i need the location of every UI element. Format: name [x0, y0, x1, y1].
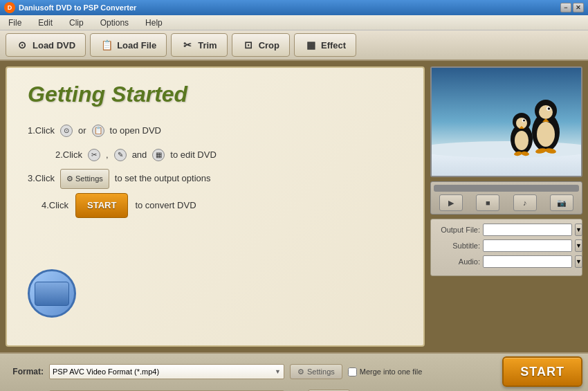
step3-end: to set the output options	[115, 169, 211, 189]
svg-point-17	[548, 107, 551, 110]
svg-point-15	[539, 105, 553, 119]
psp-logo	[28, 269, 83, 325]
audio-button[interactable]: ♪	[513, 194, 537, 211]
subtitle-label: Subtitle:	[435, 242, 480, 250]
merge-checkbox[interactable]: Merge into one file	[348, 367, 423, 376]
menu-file[interactable]: File	[6, 17, 24, 29]
gear-icon: ⚙	[297, 367, 304, 376]
step4-text: 4.Click	[42, 196, 68, 216]
preview-image	[432, 68, 581, 176]
menu-bar: File Edit Clip Options Help	[0, 15, 588, 30]
main-area: Getting Started 1.Click ⊙ or 📋 to open D…	[0, 61, 588, 352]
step-2: 2.Click ✂ , ✎ and ▦ to edit DVD	[55, 145, 403, 165]
step1-text: 1.Click	[28, 121, 55, 141]
step-4: 4.Click START to convert DVD	[42, 193, 403, 219]
getting-started-panel: Getting Started 1.Click ⊙ or 📋 to open D…	[6, 66, 425, 347]
svg-point-4	[515, 131, 529, 150]
close-button[interactable]: ✕	[573, 3, 584, 12]
start-button[interactable]: START	[502, 356, 582, 387]
scissors-icon: ✂	[181, 39, 194, 51]
title-bar: D Daniusoft DVD to PSP Converter − ✕	[0, 0, 588, 15]
menu-edit[interactable]: Edit	[35, 17, 55, 29]
menu-help[interactable]: Help	[143, 17, 165, 29]
progress-bar[interactable]	[434, 185, 579, 192]
audio-label: Audio:	[435, 257, 480, 266]
step1-end: to open DVD	[110, 121, 161, 141]
audio-arrow[interactable]: ▼	[575, 255, 582, 268]
subtitle-row: Subtitle: ▼	[435, 239, 578, 252]
merge-checkbox-input[interactable]	[348, 367, 357, 376]
start-inline-btn[interactable]: START	[75, 193, 128, 219]
subtitle-arrow[interactable]: ▼	[575, 239, 582, 252]
effect-button[interactable]: ▦ Effect	[294, 33, 356, 57]
video-preview-inner	[432, 68, 581, 176]
snapshot-button[interactable]: 📷	[550, 194, 573, 211]
play-button[interactable]: ▶	[439, 194, 463, 211]
steps-list: 1.Click ⊙ or 📋 to open DVD 2.Click ✂ , ✎…	[28, 121, 403, 218]
title-controls: − ✕	[560, 3, 584, 12]
step2-comma: ,	[106, 145, 109, 165]
step3-text: 3.Click	[28, 169, 55, 189]
bottom-bar: Format: PSP AVC Video Format (*.mp4) ▼ ⚙…	[0, 352, 588, 391]
title-bar-left: D Daniusoft DVD to PSP Converter	[4, 2, 136, 13]
step1-or: or	[78, 121, 86, 141]
step2-and: and	[132, 145, 147, 165]
minimize-button[interactable]: −	[560, 3, 571, 12]
video-controls: ▶ ■ ♪ 📷	[430, 181, 582, 215]
file-icon: 📋	[100, 39, 113, 51]
output-file-row: Output File: ▼	[435, 224, 578, 236]
step2-end: to edit DVD	[170, 145, 216, 165]
app-icon: D	[4, 2, 15, 13]
subtitle-input[interactable]	[483, 239, 572, 252]
audio-input[interactable]	[483, 255, 572, 268]
menu-options[interactable]: Options	[98, 17, 131, 29]
file-inline-icon: 📋	[92, 125, 104, 137]
crop-icon: ⊡	[242, 39, 255, 51]
step-3: 3.Click ⚙ Settings to set the output opt…	[28, 169, 403, 189]
getting-started-title: Getting Started	[28, 82, 403, 107]
pencil-inline-icon: ✎	[114, 149, 127, 161]
menu-clip[interactable]: Clip	[66, 17, 86, 29]
trim-button[interactable]: ✂ Trim	[171, 33, 227, 57]
toolbar: ⊙ Load DVD 📋 Load File ✂ Trim ⊡ Crop ▦ E…	[0, 30, 588, 61]
settings-inline-btn[interactable]: ⚙ Settings	[60, 169, 109, 188]
effect-icon: ▦	[304, 39, 317, 51]
output-file-label: Output File:	[435, 226, 480, 234]
psp-inner	[35, 282, 69, 306]
format-dropdown-arrow: ▼	[275, 368, 281, 375]
control-buttons: ▶ ■ ♪ 📷	[434, 194, 579, 211]
psp-circle	[28, 269, 76, 318]
output-file-input[interactable]	[483, 224, 572, 236]
gear-inline-icon: ⚙	[66, 170, 73, 187]
stop-button[interactable]: ■	[476, 194, 499, 211]
settings-button[interactable]: ⚙ Settings	[290, 364, 342, 379]
svg-point-2	[432, 141, 581, 158]
load-file-button[interactable]: 📋 Load File	[90, 33, 167, 57]
video-preview	[430, 66, 582, 177]
dvd-icon: ⊙	[16, 39, 28, 51]
output-fields-panel: Output File: ▼ Subtitle: ▼ Audio: ▼	[430, 219, 582, 276]
svg-point-13	[537, 122, 555, 147]
right-panel: ▶ ■ ♪ 📷 Output File: ▼ Subtitle: ▼ Audio…	[430, 66, 582, 347]
audio-row: Audio: ▼	[435, 255, 578, 268]
step-1: 1.Click ⊙ or 📋 to open DVD	[28, 121, 403, 141]
format-value: PSP AVC Video Format (*.mp4)	[53, 367, 159, 376]
grid-inline-icon: ▦	[152, 149, 165, 161]
window-title: Daniusoft DVD to PSP Converter	[19, 3, 136, 12]
svg-point-8	[523, 120, 525, 122]
crop-button[interactable]: ⊡ Crop	[232, 33, 290, 57]
output-file-arrow[interactable]: ▼	[575, 224, 582, 236]
format-label: Format:	[6, 367, 44, 376]
dvd-inline-icon: ⊙	[60, 125, 73, 137]
load-dvd-button[interactable]: ⊙ Load DVD	[6, 33, 86, 57]
step4-end: to convert DVD	[135, 196, 196, 216]
format-select[interactable]: PSP AVC Video Format (*.mp4) ▼	[49, 364, 284, 379]
step2-text: 2.Click	[55, 145, 82, 165]
scissors-inline-icon: ✂	[88, 149, 100, 161]
format-row: Format: PSP AVC Video Format (*.mp4) ▼ ⚙…	[6, 356, 582, 387]
